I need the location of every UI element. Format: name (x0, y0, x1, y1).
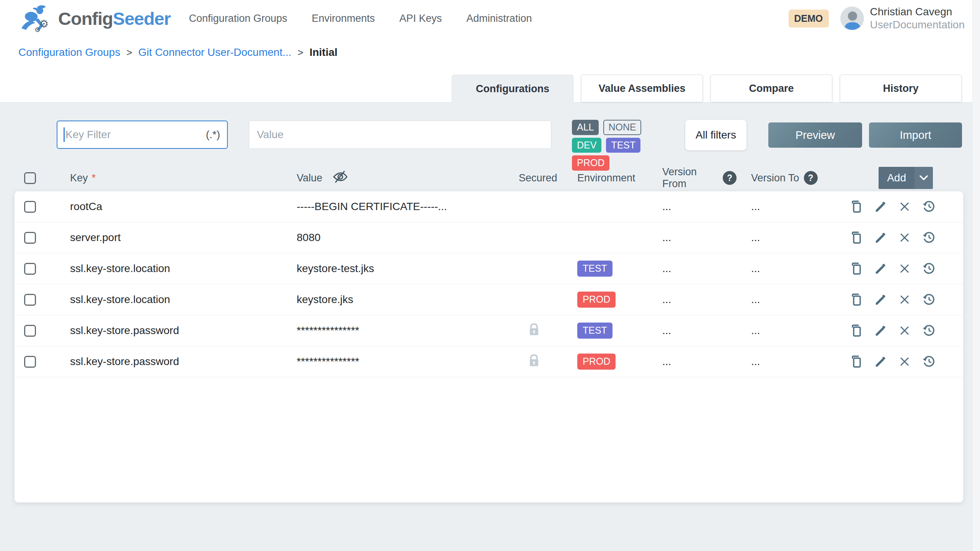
all-filters-button[interactable]: All filters (685, 120, 746, 150)
version-to-value: ... (737, 201, 825, 213)
copy-icon[interactable] (849, 355, 863, 368)
breadcrumb-link[interactable]: Git Connector User-Document... (138, 46, 291, 59)
nav-item-api-keys[interactable]: API Keys (399, 13, 442, 24)
edit-icon[interactable] (874, 231, 887, 245)
tab-configurations[interactable]: Configurations (452, 75, 573, 103)
edit-icon[interactable] (874, 324, 887, 337)
environment-badge: TEST (577, 323, 612, 339)
breadcrumb-link[interactable]: Configuration Groups (18, 46, 120, 59)
row-checkbox[interactable] (24, 325, 36, 337)
env-filter-badge-test[interactable]: TEST (606, 138, 640, 153)
row-checkbox[interactable] (24, 201, 36, 213)
key-filter-input[interactable] (65, 129, 203, 141)
delete-icon[interactable] (898, 293, 911, 306)
value-visibility-toggle-icon[interactable] (332, 170, 348, 186)
select-all-checkbox[interactable] (24, 172, 36, 184)
delete-icon[interactable] (898, 324, 911, 337)
environment-badge: PROD (577, 354, 616, 370)
environment-header-label: Environment (577, 172, 635, 184)
environment-filter-badges: ALLNONEDEVTESTPROD (572, 120, 662, 171)
regex-hint: (.*) (206, 129, 220, 141)
nav-item-administration[interactable]: Administration (466, 13, 532, 24)
tab-value-assemblies[interactable]: Value Assemblies (581, 75, 703, 102)
config-value: keystore.jks (282, 293, 505, 306)
breadcrumb-current: Initial (309, 46, 337, 59)
row-checkbox[interactable] (24, 232, 36, 244)
tab-compare[interactable]: Compare (710, 75, 832, 102)
edit-icon[interactable] (874, 262, 887, 276)
add-button-label: Add (879, 167, 915, 189)
required-asterisk: * (92, 172, 96, 184)
row-checkbox[interactable] (24, 263, 36, 275)
content-area: (.*) ALLNONEDEVTESTPROD All filters Prev… (0, 103, 980, 502)
config-key: ssl.key-store.password (56, 355, 282, 368)
import-button[interactable]: Import (869, 122, 962, 148)
app-logo[interactable]: ⚙ ⚙ ConfigSeeder (20, 3, 171, 34)
top-section: ⚙ ⚙ ConfigSeeder Configuration GroupsEnv… (0, 0, 980, 103)
config-value: 8080 (282, 231, 505, 244)
history-icon[interactable] (922, 200, 936, 214)
user-avatar[interactable] (840, 7, 864, 30)
header-right: DEMO Christian Cavegn UserDocumentation (789, 5, 965, 31)
version-from-header-label: Version From (662, 166, 718, 190)
main-nav: Configuration GroupsEnvironmentsAPI Keys… (189, 13, 557, 24)
copy-icon[interactable] (849, 262, 863, 276)
row-checkbox[interactable] (24, 294, 36, 306)
copy-icon[interactable] (849, 293, 863, 306)
add-dropdown-chevron-icon[interactable] (915, 167, 933, 189)
env-filter-badge-none[interactable]: NONE (603, 120, 641, 135)
history-icon[interactable] (922, 293, 936, 306)
nav-item-configuration-groups[interactable]: Configuration Groups (189, 13, 287, 24)
table-row: ssl.key-store.location keystore-test.jks… (15, 253, 963, 284)
column-header-version-from: Version From ? (648, 166, 737, 190)
filter-toolbar: (.*) ALLNONEDEVTESTPROD All filters Prev… (57, 120, 980, 150)
version-to-header-label: Version To (751, 172, 799, 184)
breadcrumb: Configuration Groups>Git Connector User-… (0, 37, 980, 59)
env-filter-badge-prod[interactable]: PROD (572, 155, 609, 171)
lock-icon (528, 323, 540, 339)
copy-icon[interactable] (849, 324, 863, 337)
delete-icon[interactable] (898, 200, 911, 214)
history-icon[interactable] (922, 262, 936, 276)
row-checkbox[interactable] (24, 356, 36, 368)
config-value: *************** (282, 324, 505, 337)
version-to-help-icon[interactable]: ? (804, 171, 818, 185)
key-filter-field: (.*) (57, 121, 228, 149)
copy-icon[interactable] (849, 231, 863, 245)
preview-button[interactable]: Preview (768, 122, 862, 148)
delete-icon[interactable] (898, 262, 911, 276)
config-key: ssl.key-store.password (56, 324, 282, 337)
config-key: server.port (56, 231, 282, 244)
delete-icon[interactable] (898, 231, 911, 245)
version-from-help-icon[interactable]: ? (723, 171, 737, 185)
delete-icon[interactable] (898, 355, 911, 368)
copy-icon[interactable] (849, 200, 863, 214)
edit-icon[interactable] (874, 200, 887, 214)
edit-icon[interactable] (874, 293, 887, 306)
env-filter-badge-dev[interactable]: DEV (572, 138, 601, 153)
value-filter-input[interactable] (257, 129, 543, 141)
history-icon[interactable] (922, 355, 936, 368)
lock-icon (528, 354, 540, 370)
env-filter-badge-all[interactable]: ALL (572, 120, 599, 135)
value-filter-field (249, 121, 551, 149)
avatar-placeholder-icon (841, 7, 864, 30)
user-info[interactable]: Christian Cavegn UserDocumentation (870, 5, 965, 31)
history-icon[interactable] (922, 324, 936, 337)
value-header-label: Value (297, 172, 322, 184)
brand-config: Config (58, 8, 113, 29)
edit-icon[interactable] (874, 355, 887, 368)
version-to-value: ... (737, 231, 825, 244)
page-scrollbar[interactable] (972, 0, 980, 551)
add-button[interactable]: Add (879, 167, 933, 189)
tab-history[interactable]: History (840, 75, 962, 102)
version-from-value: ... (648, 201, 737, 213)
text-cursor (64, 127, 65, 142)
configurations-table: rootCa -----BEGIN CERTIFICATE-----... ..… (15, 191, 963, 502)
history-icon[interactable] (922, 231, 936, 245)
table-row: ssl.key-store.password *************** T… (15, 315, 963, 346)
nav-item-environments[interactable]: Environments (312, 13, 375, 24)
config-value: keystore-test.jks (282, 262, 505, 275)
environment-badge: TEST (577, 261, 612, 277)
table-row: ssl.key-store.password *************** P… (15, 346, 963, 377)
